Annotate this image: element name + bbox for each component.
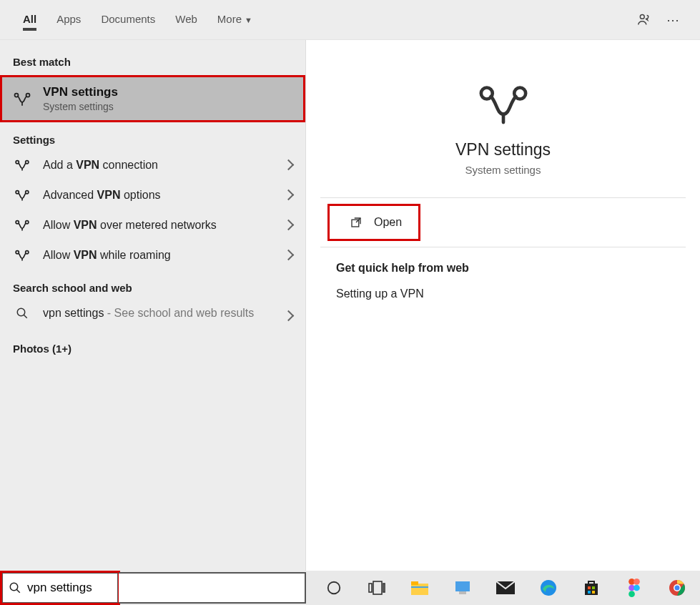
task-view-icon[interactable] — [366, 577, 388, 599]
vpn-icon-large — [475, 83, 532, 126]
svg-rect-31 — [592, 591, 595, 594]
tab-web[interactable]: Web — [165, 6, 207, 34]
svg-rect-22 — [411, 586, 428, 588]
svg-point-0 — [640, 14, 644, 19]
section-search-web: Search school and web — [0, 270, 305, 298]
search-icon — [10, 307, 34, 320]
search-icon — [9, 581, 21, 594]
svg-point-33 — [634, 579, 640, 585]
svg-rect-20 — [411, 584, 428, 595]
svg-rect-18 — [373, 581, 382, 594]
chrome-icon[interactable] — [666, 577, 688, 599]
figma-icon[interactable] — [623, 577, 645, 599]
detail-panel: VPN settings System settings Open Get qu… — [305, 40, 700, 571]
section-best-match: Best match — [0, 40, 305, 75]
detail-subtitle: System settings — [313, 164, 693, 176]
svg-point-39 — [675, 586, 680, 591]
tab-all[interactable]: All — [13, 6, 46, 34]
open-icon — [350, 216, 363, 229]
mail-icon[interactable] — [495, 577, 516, 599]
settings-item-vpn-metered[interactable]: Allow VPN over metered networks — [0, 210, 305, 240]
tab-documents[interactable]: Documents — [91, 6, 165, 34]
help-link-setup-vpn[interactable]: Setting up a VPN — [313, 283, 693, 305]
svg-rect-21 — [411, 581, 418, 585]
chevron-right-icon — [285, 189, 292, 202]
section-photos: Photos (1+) — [0, 331, 305, 359]
web-search-label: vpn settings - See school and web result… — [43, 307, 285, 320]
svg-rect-27 — [585, 584, 598, 595]
store-icon[interactable] — [581, 577, 602, 599]
settings-item-label: Add a VPN connection — [43, 159, 285, 172]
chevron-right-icon — [285, 219, 292, 232]
vpn-icon — [10, 189, 34, 202]
settings-item-add-vpn[interactable]: Add a VPN connection — [0, 150, 305, 180]
settings-item-vpn-roaming[interactable]: Allow VPN while roaming — [0, 240, 305, 270]
web-search-item[interactable]: vpn settings - See school and web result… — [0, 298, 305, 331]
settings-item-label: Advanced VPN options — [43, 189, 285, 202]
best-match-subtitle: System settings — [43, 101, 118, 112]
svg-point-26 — [541, 580, 556, 596]
chevron-right-icon — [285, 310, 292, 323]
open-button[interactable]: Open — [327, 204, 420, 241]
svg-point-15 — [10, 583, 18, 591]
taskbar — [0, 571, 700, 605]
chevron-down-icon: ▼ — [245, 16, 252, 24]
settings-item-label: Allow VPN while roaming — [43, 249, 285, 262]
best-match-item[interactable]: VPN settings System settings — [0, 75, 305, 122]
tab-apps[interactable]: Apps — [46, 6, 91, 34]
search-input[interactable] — [27, 581, 112, 595]
detail-title: VPN settings — [313, 140, 693, 159]
taskbar-icons — [323, 571, 688, 605]
divider — [320, 197, 686, 198]
search-tabs: All Apps Documents Web More▼ ⋯ — [0, 0, 700, 40]
help-header: Get quick help from web — [313, 247, 693, 283]
file-explorer-icon[interactable] — [409, 577, 430, 599]
svg-rect-29 — [592, 586, 595, 589]
svg-rect-30 — [588, 591, 591, 594]
svg-rect-28 — [588, 586, 591, 589]
section-settings: Settings — [0, 122, 305, 150]
vpn-icon — [10, 159, 34, 172]
tab-more-label: More — [217, 13, 242, 25]
more-options-icon[interactable]: ⋯ — [659, 6, 687, 34]
tab-more[interactable]: More▼ — [207, 6, 262, 34]
svg-rect-19 — [383, 584, 385, 592]
cortana-icon[interactable] — [323, 577, 345, 599]
svg-rect-24 — [459, 591, 466, 594]
vpn-icon — [10, 249, 34, 262]
taskbar-search[interactable] — [1, 572, 119, 604]
settings-item-advanced-vpn[interactable]: Advanced VPN options — [0, 180, 305, 210]
edge-icon[interactable] — [538, 577, 559, 599]
svg-rect-23 — [455, 581, 470, 591]
chevron-right-icon — [285, 159, 292, 172]
feedback-icon[interactable] — [630, 6, 659, 34]
svg-point-16 — [328, 582, 340, 594]
taskbar-search-extension[interactable] — [119, 572, 306, 604]
vpn-icon — [10, 91, 34, 107]
svg-point-11 — [17, 308, 25, 316]
chevron-right-icon — [285, 249, 292, 262]
open-label: Open — [374, 216, 402, 229]
svg-point-36 — [628, 591, 635, 597]
results-panel: Best match VPN settings System settings … — [0, 40, 305, 571]
vpn-icon — [10, 219, 34, 232]
best-match-title: VPN settings — [43, 85, 118, 99]
svg-rect-17 — [369, 584, 372, 592]
settings-item-label: Allow VPN over metered networks — [43, 219, 285, 232]
app-icon-generic[interactable] — [452, 577, 473, 599]
svg-point-35 — [634, 585, 640, 591]
